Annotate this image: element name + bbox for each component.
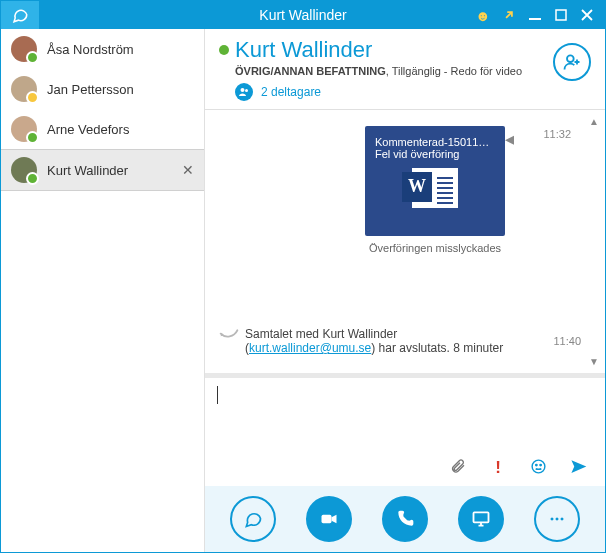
audio-call-button[interactable] bbox=[382, 496, 428, 542]
svg-point-4 bbox=[567, 55, 574, 62]
file-error-text: Fel vid överföring bbox=[375, 148, 495, 160]
contact-item[interactable]: Åsa Nordström bbox=[1, 29, 204, 69]
presence-indicator bbox=[26, 51, 39, 64]
close-conversation-icon[interactable]: ✕ bbox=[182, 162, 194, 178]
svg-point-10 bbox=[551, 518, 554, 521]
call-ended-text: Samtalet med Kurt Wallinder (kurt.wallin… bbox=[245, 327, 545, 355]
svg-point-6 bbox=[535, 464, 536, 465]
presence-indicator bbox=[26, 91, 39, 104]
priority-icon[interactable]: ! bbox=[489, 458, 507, 478]
send-icon[interactable] bbox=[569, 458, 587, 478]
svg-point-11 bbox=[556, 518, 559, 521]
svg-point-2 bbox=[241, 88, 245, 92]
call-ended-icon bbox=[219, 327, 245, 351]
contact-item[interactable]: Arne Vedefors bbox=[1, 109, 204, 149]
add-participant-button[interactable] bbox=[553, 43, 591, 81]
emoji-icon[interactable]: ☻ bbox=[475, 7, 491, 23]
more-button[interactable] bbox=[534, 496, 580, 542]
close-button[interactable] bbox=[579, 7, 595, 23]
participants-link[interactable]: 2 deltagare bbox=[261, 85, 321, 99]
svg-point-5 bbox=[532, 460, 545, 473]
contact-item[interactable]: Jan Pettersson bbox=[1, 69, 204, 109]
popout-icon[interactable] bbox=[501, 7, 517, 23]
svg-rect-1 bbox=[556, 10, 566, 20]
compose-toolbar: ! bbox=[205, 454, 605, 486]
svg-rect-8 bbox=[322, 515, 332, 523]
emoticon-icon[interactable] bbox=[529, 458, 547, 478]
file-transfer-card[interactable]: Kommenterad-15011… Fel vid överföring W … bbox=[365, 126, 505, 254]
message-timestamp: 11:32 bbox=[543, 128, 571, 140]
svg-point-12 bbox=[561, 518, 564, 521]
message-timestamp: 11:40 bbox=[553, 335, 581, 347]
im-button[interactable] bbox=[230, 496, 276, 542]
conversations-tab[interactable] bbox=[1, 1, 39, 29]
minimize-button[interactable] bbox=[527, 7, 543, 23]
presence-indicator bbox=[26, 172, 39, 185]
header-contact-name[interactable]: Kurt Wallinder bbox=[235, 37, 372, 63]
file-name: Kommenterad-15011… bbox=[375, 136, 495, 148]
message-input[interactable] bbox=[205, 377, 605, 454]
maximize-button[interactable] bbox=[553, 7, 569, 23]
header-subtitle: ÖVRIG/ANNAN BEFATTNING, Tillgänglig - Re… bbox=[235, 65, 591, 77]
bubble-pointer-icon: ◂ bbox=[505, 128, 514, 150]
message-area: ▲ ◂ 11:32 Kommenterad-15011… Fel vid öve… bbox=[205, 110, 605, 373]
contact-name: Åsa Nordström bbox=[47, 42, 134, 57]
present-button[interactable] bbox=[458, 496, 504, 542]
presence-indicator bbox=[26, 131, 39, 144]
svg-rect-0 bbox=[529, 18, 541, 20]
svg-point-3 bbox=[245, 89, 248, 92]
participants-icon bbox=[235, 83, 253, 101]
contact-name: Arne Vedefors bbox=[47, 122, 129, 137]
avatar bbox=[11, 76, 37, 102]
avatar bbox=[11, 157, 37, 183]
contact-email-link[interactable]: kurt.wallinder@umu.se bbox=[249, 341, 371, 355]
file-status-caption: Överföringen misslyckades bbox=[365, 242, 505, 254]
titlebar: Kurt Wallinder ☻ bbox=[1, 1, 605, 29]
presence-dot bbox=[219, 45, 229, 55]
word-file-icon: W bbox=[412, 168, 458, 208]
video-call-button[interactable] bbox=[306, 496, 352, 542]
svg-point-7 bbox=[539, 464, 540, 465]
avatar bbox=[11, 36, 37, 62]
scroll-down-button[interactable]: ▼ bbox=[589, 356, 599, 367]
avatar bbox=[11, 116, 37, 142]
conversations-sidebar: Åsa Nordström Jan Pettersson Arne Vedefo… bbox=[1, 29, 205, 552]
svg-rect-9 bbox=[474, 512, 489, 522]
attach-icon[interactable] bbox=[449, 458, 467, 478]
call-action-bar bbox=[205, 486, 605, 552]
participants-row: 2 deltagare bbox=[235, 83, 591, 101]
contact-item-selected[interactable]: Kurt Wallinder ✕ bbox=[1, 149, 204, 191]
contact-name: Jan Pettersson bbox=[47, 82, 134, 97]
contact-name: Kurt Wallinder bbox=[47, 163, 128, 178]
conversation-panel: Kurt Wallinder ÖVRIG/ANNAN BEFATTNING, T… bbox=[205, 29, 605, 552]
call-ended-row: Samtalet med Kurt Wallinder (kurt.wallin… bbox=[219, 327, 581, 355]
scroll-up-button[interactable]: ▲ bbox=[589, 116, 599, 127]
conversation-header: Kurt Wallinder ÖVRIG/ANNAN BEFATTNING, T… bbox=[205, 29, 605, 110]
